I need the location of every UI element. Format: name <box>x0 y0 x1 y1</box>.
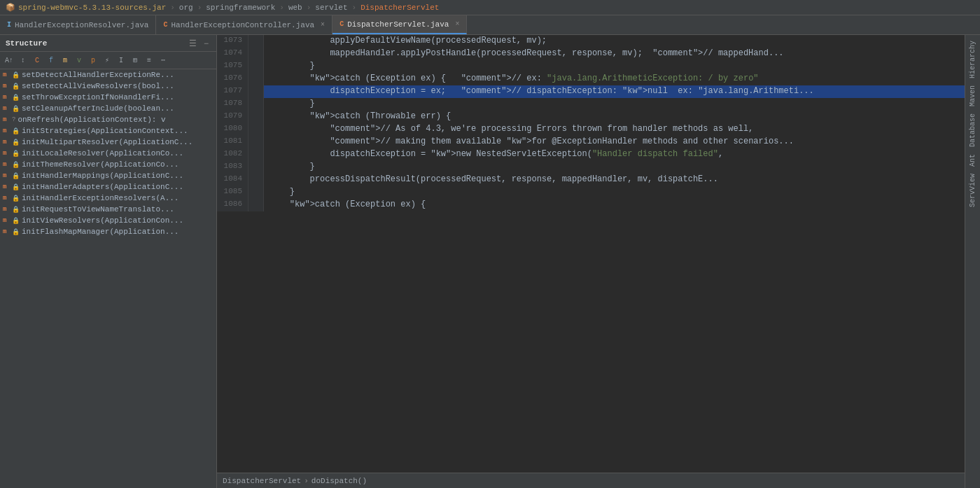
code-line-1076[interactable]: 1076 "kw">catch (Exception ex) { "commen… <box>217 73 965 85</box>
tab-handler-exception-resolver[interactable]: I HandlerExceptionResolver.java <box>0 15 156 34</box>
structure-toolbar: A↑ ↕ C f m v p ⚡ I ⊞ ≡ ⋯ <box>0 52 216 69</box>
main-layout: Structure ☰ − A↑ ↕ C f m v p ⚡ I ⊞ ≡ ⋯ m… <box>0 35 980 488</box>
code-line-1075[interactable]: 1075 } <box>217 60 965 73</box>
method-icon[interactable]: m <box>59 54 71 67</box>
structure-item[interactable]: m🔒initFlashMapManager(Application... <box>0 226 216 237</box>
struct-lock-icon: 🔒 <box>12 195 20 202</box>
struct-item-label: initLocaleResolver(ApplicationCo... <box>22 149 183 158</box>
structure-item[interactable]: m?onRefresh(ApplicationContext): v <box>0 114 216 125</box>
code-line-1074[interactable]: 1074 mappedHandler.applyPostHandle(proce… <box>217 48 965 60</box>
code-line-1082[interactable]: 1082 dispatchException = "kw">new Nested… <box>217 148 965 161</box>
code-line-1084[interactable]: 1084 processDispatchResult(processedRequ… <box>217 174 965 186</box>
struct-lock-icon: 🔒 <box>12 71 20 79</box>
struct-method-icon: m <box>3 94 10 101</box>
code-line-1086[interactable]: 1086 "kw">catch (Exception ex) { <box>217 199 965 211</box>
line-number: 1085 <box>217 186 248 199</box>
breadcrumb-item-org: org <box>179 4 193 12</box>
code-line-1081[interactable]: 1081 "comment">// making them available … <box>217 136 965 148</box>
editor-breadcrumb: DispatcherServlet › doDispatch() <box>217 473 965 488</box>
tab-close-1[interactable]: × <box>321 21 325 29</box>
struct-method-icon: m <box>3 206 10 213</box>
breadcrumb-item-jar: spring-webmvc-5.3.13-sources.jar <box>18 4 166 12</box>
line-content: } <box>264 60 965 73</box>
structure-title: Structure <box>6 39 47 48</box>
var-icon[interactable]: v <box>73 54 85 67</box>
line-number: 1077 <box>217 85 248 98</box>
sort-alpha-icon[interactable]: A↑ <box>3 54 15 67</box>
line-number: 1083 <box>217 161 248 174</box>
structure-list: m🔒setDetectAllHandlerExceptionRe...m🔒set… <box>0 69 216 488</box>
structure-item[interactable]: m🔒initViewResolvers(ApplicationCon... <box>0 215 216 226</box>
code-line-1079[interactable]: 1079 "kw">catch (Throwable err) { <box>217 111 965 123</box>
property-icon[interactable]: p <box>87 54 99 67</box>
structure-item[interactable]: m🔒initHandlerMappings(ApplicationC... <box>0 170 216 181</box>
struct-lock-icon: 🔒 <box>12 83 20 90</box>
database-tab[interactable]: Database <box>967 111 978 150</box>
struct-lock-icon: 🔒 <box>12 228 20 236</box>
struct-item-label: setCleanupAfterInclude(boolean... <box>22 104 174 113</box>
line-gutter <box>248 199 264 211</box>
structure-item[interactable]: m🔒initStrategies(ApplicationContext... <box>0 125 216 137</box>
code-line-1073[interactable]: 1073 applyDefaultViewName(processedReque… <box>217 35 965 48</box>
class-icon[interactable]: C <box>31 54 43 67</box>
tab-close-2[interactable]: × <box>455 20 459 28</box>
structure-item[interactable]: m🔒setThrowExceptionIfNoHandlerFi... <box>0 92 216 103</box>
structure-item[interactable]: m🔒setCleanupAfterInclude(boolean... <box>0 103 216 114</box>
line-gutter <box>248 111 264 123</box>
hierarchy-tab[interactable]: Hierarchy <box>967 38 978 81</box>
editor-bc-class: DispatcherServlet <box>223 477 301 485</box>
tab-label-2: DispatcherServlet.java <box>347 20 449 29</box>
code-line-1083[interactable]: 1083 } <box>217 161 965 174</box>
structure-item[interactable]: m🔒setDetectAllViewResolvers(bool... <box>0 81 216 92</box>
code-line-1080[interactable]: 1080 "comment">// As of 4.3, we're proce… <box>217 123 965 136</box>
structure-item[interactable]: m🔒setDetectAllHandlerExceptionRe... <box>0 69 216 81</box>
breadcrumb-item-class: DispatcherServlet <box>360 4 439 12</box>
struct-method-icon: m <box>3 150 10 157</box>
interface-icon[interactable]: I <box>115 54 127 67</box>
expand-all-icon[interactable]: ⊞ <box>129 54 141 67</box>
maven-tab[interactable]: Maven <box>967 83 978 109</box>
ant-tab[interactable]: Ant <box>967 151 978 169</box>
tab-label-0: HandlerExceptionResolver.java <box>15 21 148 29</box>
structure-item[interactable]: m🔒initMultipartResolver(ApplicationC... <box>0 137 216 148</box>
struct-lock-icon: 🔒 <box>12 94 20 102</box>
code-lines: 1073 applyDefaultViewName(processedReque… <box>217 35 965 211</box>
more-icon[interactable]: ⋯ <box>157 54 169 67</box>
code-container[interactable]: 1073 applyDefaultViewName(processedReque… <box>217 35 965 473</box>
structure-settings-btn[interactable]: ☰ <box>187 38 199 49</box>
line-content: } <box>264 161 965 174</box>
servview-tab[interactable]: ServView <box>967 171 978 210</box>
structure-actions: ☰ − <box>187 38 211 49</box>
struct-item-label: initViewResolvers(ApplicationCon... <box>22 216 183 225</box>
structure-item[interactable]: m🔒initHandlerExceptionResolvers(A... <box>0 193 216 204</box>
structure-item[interactable]: m🔒initHandlerAdapters(ApplicationC... <box>0 181 216 193</box>
struct-lock-icon: 🔒 <box>12 217 20 225</box>
structure-item[interactable]: m🔒initThemeResolver(ApplicationCo... <box>0 159 216 170</box>
line-number: 1086 <box>217 199 248 211</box>
structure-item[interactable]: m🔒initLocaleResolver(ApplicationCo... <box>0 148 216 159</box>
breadcrumb-jar[interactable]: 📦 <box>6 3 15 12</box>
sort-icon[interactable]: ↕ <box>17 54 29 67</box>
code-line-1077[interactable]: 1077 dispatchException = ex; "comment">/… <box>217 85 965 98</box>
structure-item[interactable]: m🔒initRequestToViewNameTranslato... <box>0 204 216 215</box>
code-line-1085[interactable]: 1085 } <box>217 186 965 199</box>
line-gutter <box>248 136 264 148</box>
code-line-1078[interactable]: 1078 } <box>217 98 965 111</box>
field-icon[interactable]: f <box>45 54 57 67</box>
line-content: processDispatchResult(processedRequest, … <box>264 174 965 186</box>
tab-handler-exception-controller[interactable]: C HandlerExceptionController.java × <box>156 15 332 34</box>
structure-collapse-btn[interactable]: − <box>202 38 211 49</box>
struct-method-icon: m <box>3 105 10 112</box>
struct-lock-icon: 🔒 <box>12 139 20 146</box>
struct-lock-icon: 🔒 <box>12 105 20 113</box>
struct-lock-icon: 🔒 <box>12 127 20 135</box>
filter-icon[interactable]: ⚡ <box>101 54 113 67</box>
struct-item-label: initThemeResolver(ApplicationCo... <box>22 160 178 169</box>
line-number: 1074 <box>217 48 248 60</box>
tab-dispatcher-servlet[interactable]: C DispatcherServlet.java × <box>332 15 467 34</box>
inherited-icon[interactable]: ≡ <box>143 54 155 67</box>
line-content: mappedHandler.applyPostHandle(processedR… <box>264 48 965 60</box>
struct-method-icon: m <box>3 195 10 202</box>
line-gutter <box>248 174 264 186</box>
line-number: 1076 <box>217 73 248 85</box>
